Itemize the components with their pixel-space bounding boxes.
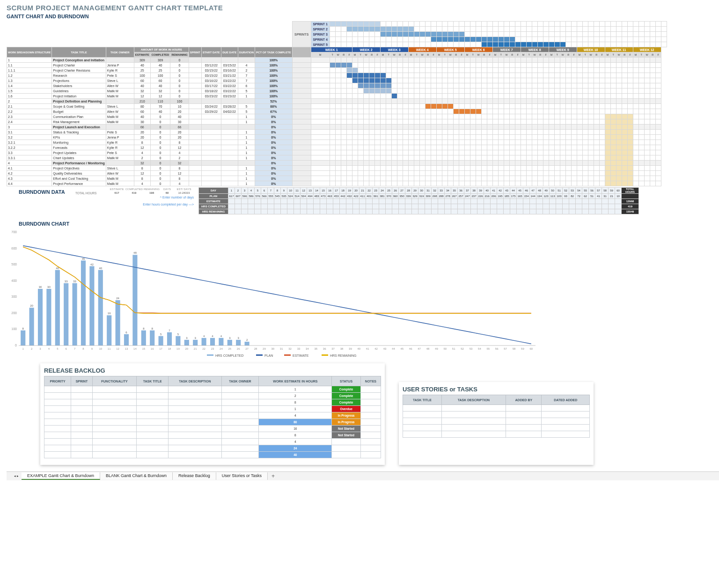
backlog-row[interactable]: 24 [44, 445, 381, 452]
svg-text:700: 700 [11, 230, 17, 234]
svg-text:5: 5 [160, 333, 162, 336]
task-row[interactable]: 3.2KPIsJenna P2002010% [7, 135, 667, 140]
svg-text:3: 3 [186, 337, 188, 339]
svg-text:39: 39 [349, 347, 352, 350]
sheet-tabs: ◂ ▸ EXAMPLE Gantt Chart & BurndownBLANK … [7, 471, 719, 480]
svg-text:33: 33 [73, 280, 76, 283]
sheet-tab[interactable]: Release Backlog [173, 472, 216, 480]
page-title-sub: GANTT CHART AND BURNDOWN [7, 14, 712, 19]
task-row[interactable]: 1Project Conception and Initiation309309… [7, 58, 667, 63]
svg-rect-44 [176, 336, 180, 345]
svg-text:49: 49 [435, 347, 438, 350]
task-row[interactable]: 1.1Project CharterJenna P4040003/12/2203… [7, 63, 667, 68]
backlog-row[interactable]: 4 [44, 439, 381, 445]
svg-text:46: 46 [409, 347, 412, 350]
task-row[interactable]: 3.2.2ForecastsKylie R1201210% [7, 145, 667, 150]
svg-text:30: 30 [47, 286, 51, 288]
task-row[interactable]: 1.2ResearchPete S100100003/15/2203/21/22… [7, 73, 667, 78]
task-row[interactable]: 1.3ProjectionsSteve L6060003/16/2203/22/… [7, 78, 667, 83]
burndown-chart-title: BURNDOWN CHART [19, 221, 712, 227]
task-row[interactable]: 1.4StakeholdersAllen W4040003/17/2203/22… [7, 83, 667, 88]
svg-text:7: 7 [74, 347, 76, 350]
backlog-row[interactable]: 2Complete [44, 393, 381, 399]
task-row[interactable]: 2.4Risk ManagementMalik M3003010% [7, 119, 667, 125]
svg-text:37: 37 [331, 347, 335, 350]
svg-text:57: 57 [504, 347, 507, 350]
svg-text:59: 59 [521, 347, 524, 350]
task-row[interactable]: 3.3.1Chart UpdatesMalik M20210% [7, 155, 667, 161]
svg-rect-128 [322, 354, 328, 356]
svg-text:200: 200 [11, 311, 17, 315]
svg-rect-30 [116, 300, 120, 345]
task-row[interactable]: 2.1Scope & Goal SettingSteve L80701003/2… [7, 104, 667, 109]
svg-text:53: 53 [470, 347, 473, 350]
svg-text:9: 9 [91, 347, 93, 350]
task-row[interactable]: 3.3Project UpdatesPete S40410% [7, 150, 667, 155]
tabs-scroll-icon[interactable]: ◂ ▸ [14, 474, 19, 478]
svg-rect-18 [64, 283, 68, 345]
svg-text:13: 13 [125, 347, 128, 350]
task-row[interactable]: 2.2BudgetAllen W60402003/29/2204/02/2256… [7, 109, 667, 114]
add-sheet-button[interactable]: + [268, 473, 279, 479]
task-row[interactable]: 2Project Definition and Planning21011010… [7, 99, 667, 104]
svg-text:54: 54 [478, 347, 481, 350]
task-row[interactable]: 4.4Project PerformanceMalik M40410% [7, 181, 667, 186]
backlog-row[interactable]: 1Overdue [44, 406, 381, 412]
task-row[interactable]: 1.5GuidelinesMalik M3232003/18/2203/22/2… [7, 88, 667, 94]
story-row[interactable] [403, 412, 590, 418]
svg-text:14: 14 [133, 347, 137, 350]
task-row[interactable]: 3.2.1MonitoringKylie R80810% [7, 140, 667, 145]
story-row[interactable] [403, 405, 590, 412]
svg-text:18: 18 [168, 347, 171, 350]
svg-text:29: 29 [263, 347, 266, 350]
svg-text:30: 30 [271, 347, 274, 350]
svg-text:16: 16 [151, 347, 154, 350]
hint-enter-hours: Enter hours completed per day —> [7, 203, 194, 206]
svg-text:100: 100 [11, 327, 17, 331]
svg-text:11: 11 [108, 347, 111, 350]
svg-rect-10 [29, 308, 34, 345]
story-row[interactable] [403, 431, 590, 438]
svg-text:400: 400 [11, 279, 17, 282]
svg-text:34: 34 [306, 347, 309, 350]
svg-text:5: 5 [57, 347, 59, 350]
task-row[interactable]: 4.1Project ObjectivesSteve L80810% [7, 166, 667, 171]
task-row[interactable]: 3.1Status & TrackingPete S2002010% [7, 130, 667, 135]
sheet-tab[interactable]: EXAMPLE Gantt Chart & Burndown [22, 472, 100, 480]
svg-text:24: 24 [220, 347, 223, 350]
backlog-row[interactable]: 80In Progress [44, 419, 381, 426]
svg-rect-60 [245, 342, 249, 345]
svg-text:42: 42 [374, 347, 378, 350]
task-row[interactable]: 1.6Project InitiationMalik M1212003/23/2… [7, 94, 667, 99]
svg-text:44: 44 [392, 347, 395, 350]
backlog-row[interactable]: 40 [44, 452, 381, 458]
release-backlog-table[interactable]: PRIORITYSPRINTFUNCTIONALITYTASK TITLETAS… [44, 376, 381, 458]
backlog-row[interactable]: 16Not Started [44, 426, 381, 432]
svg-text:4: 4 [48, 347, 50, 350]
svg-rect-56 [227, 340, 232, 345]
task-row[interactable]: 4.2Quality DeliverablesAllen W1201210% [7, 171, 667, 176]
task-row[interactable]: 2.3Communication PlanMalik M4004010% [7, 114, 667, 119]
svg-rect-14 [46, 289, 51, 345]
backlog-row[interactable]: 8Complete [44, 399, 381, 406]
sheet-tab[interactable]: BLANK Gantt Chart & Burndown [100, 472, 173, 480]
task-row[interactable]: 3Project Launch and Execution660660% [7, 125, 667, 130]
svg-rect-58 [236, 340, 241, 345]
task-row[interactable]: 1.1.1Project Charter RevisionsKylie R252… [7, 68, 667, 73]
svg-text:16: 16 [108, 312, 111, 315]
svg-rect-38 [150, 331, 154, 345]
backlog-row[interactable]: 4In Progress [44, 412, 381, 419]
backlog-row[interactable]: 8Not Started [44, 432, 381, 439]
sheet-tab[interactable]: User Stories or Tasks [216, 472, 268, 480]
story-row[interactable] [403, 418, 590, 425]
svg-text:3: 3 [39, 347, 41, 350]
task-row[interactable]: 4Project Performance / Monitoring320320% [7, 161, 667, 166]
svg-text:8: 8 [152, 327, 154, 330]
task-row[interactable]: 4.3Effort and Cost TrackingMalik M80810% [7, 176, 667, 181]
svg-text:8: 8 [143, 327, 145, 330]
backlog-row[interactable]: 1Complete [44, 386, 381, 393]
svg-text:48: 48 [426, 347, 430, 350]
story-row[interactable] [403, 425, 590, 431]
svg-text:56: 56 [495, 347, 499, 350]
user-stories-table[interactable]: TASK TITLETASK DESCRIPTIONADDED BYDATED … [403, 395, 590, 438]
